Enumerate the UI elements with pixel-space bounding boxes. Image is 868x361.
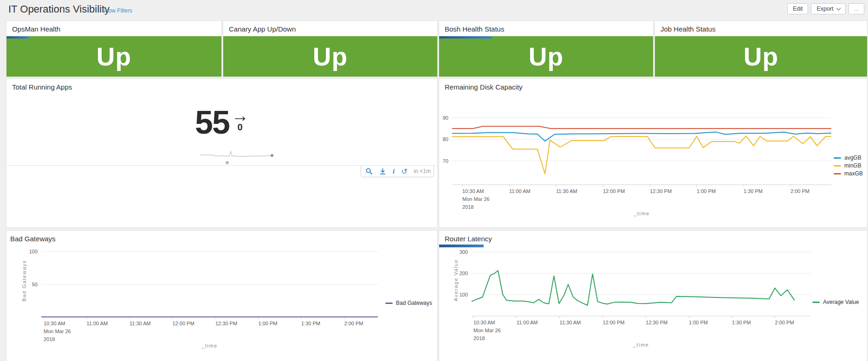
svg-text:Mon Mar 26: Mon Mar 26 xyxy=(462,196,490,202)
svg-text:Bad Gateways: Bad Gateways xyxy=(21,260,27,302)
svg-text:100: 100 xyxy=(29,249,38,254)
search-progress-bar xyxy=(439,36,492,39)
status-value-block[interactable]: Up xyxy=(655,36,867,77)
svg-text:1:00 PM: 1:00 PM xyxy=(259,321,278,326)
search-progress-bar xyxy=(439,245,484,247)
remaining-disk-capacity-chart[interactable]: 70809010:30 AMMon Mar 26201811:00 AM11:3… xyxy=(439,79,867,227)
legend-item[interactable]: Bad Gateways xyxy=(385,300,432,306)
edit-button[interactable]: Edit xyxy=(787,3,809,14)
panel-opsman-health: OpsMan Health Up xyxy=(6,21,221,77)
more-button[interactable]: ... xyxy=(849,3,864,14)
svg-text:12:30 PM: 12:30 PM xyxy=(646,320,667,325)
panel-bosh-health: Bosh Health Status Up xyxy=(439,21,653,77)
svg-text:50: 50 xyxy=(32,282,38,287)
legend-item[interactable]: avgGB xyxy=(834,155,863,161)
svg-text:70: 70 xyxy=(443,158,448,164)
bad-gateways-chart[interactable]: 5010010:30 AMMon Mar 26201811:00 AM11:30… xyxy=(6,231,437,361)
pagination-dot xyxy=(226,161,229,164)
legend-swatch-icon xyxy=(834,157,841,159)
export-button[interactable]: Export xyxy=(811,3,845,14)
legend-item[interactable]: Average Value xyxy=(812,299,859,305)
svg-text:11:30 AM: 11:30 AM xyxy=(560,320,581,325)
series-line-Average Value xyxy=(472,271,795,305)
legend-item[interactable]: maxGB xyxy=(834,170,863,177)
legend-swatch-icon xyxy=(834,165,841,167)
svg-text:1:30 PM: 1:30 PM xyxy=(744,188,763,194)
chart-legend: avgGBminGBmaxGB xyxy=(834,153,863,178)
svg-text:10:30 AM: 10:30 AM xyxy=(44,321,65,326)
svg-text:10:30 AM: 10:30 AM xyxy=(462,188,484,194)
svg-text:12:00 PM: 12:00 PM xyxy=(173,321,194,326)
svg-text:2018: 2018 xyxy=(462,204,473,210)
legend-swatch-icon xyxy=(385,303,393,304)
series-line-minGB xyxy=(452,136,831,174)
chevron-down-icon xyxy=(836,6,841,11)
status-value: Up xyxy=(744,42,778,71)
status-value-block[interactable]: Up xyxy=(6,36,221,77)
export-download-icon[interactable] xyxy=(379,168,386,175)
chart-legend: Bad Gateways xyxy=(385,298,432,308)
dashboard: IT Operations Visibility Show Filters Ed… xyxy=(0,0,868,361)
panel-canary-app: Canary App Up/Down Up xyxy=(223,21,437,77)
panel-title: Job Health Status xyxy=(661,25,715,33)
sparkline-end-dot xyxy=(271,154,273,157)
svg-text:1:30 PM: 1:30 PM xyxy=(301,321,320,326)
info-icon[interactable]: i xyxy=(393,168,395,175)
header-actions: Edit Export ... xyxy=(787,3,864,14)
panel-job-health: Job Health Status Up xyxy=(655,21,867,77)
svg-text:2:00 PM: 2:00 PM xyxy=(775,320,794,325)
svg-text:1:00 PM: 1:00 PM xyxy=(689,320,708,325)
legend-swatch-icon xyxy=(834,173,841,174)
svg-text:_time: _time xyxy=(633,342,649,348)
single-value-block[interactable]: 55 → 0 xyxy=(6,108,437,137)
svg-text:90: 90 xyxy=(443,115,448,121)
router-latency-chart[interactable]: 10020030010:30 AMMon Mar 26201811:00 AM1… xyxy=(439,231,867,361)
svg-text:12:00 PM: 12:00 PM xyxy=(602,320,624,325)
svg-text:_time: _time xyxy=(633,211,649,216)
svg-text:Average Value: Average Value xyxy=(453,259,459,302)
status-value: Up xyxy=(97,42,131,71)
svg-text:10:30 AM: 10:30 AM xyxy=(473,320,495,325)
svg-text:Mon Mar 26: Mon Mar 26 xyxy=(473,328,501,333)
legend-label: avgGB xyxy=(844,155,862,161)
svg-text:12:00 PM: 12:00 PM xyxy=(603,188,625,194)
legend-item[interactable]: minGB xyxy=(834,162,863,169)
svg-text:80: 80 xyxy=(443,136,448,142)
series-line-maxGB xyxy=(452,126,831,129)
status-value-block[interactable]: Up xyxy=(223,36,437,77)
svg-text:2:00 PM: 2:00 PM xyxy=(790,188,810,194)
svg-text:12:30 PM: 12:30 PM xyxy=(215,321,237,326)
panel-title: Total Running Apps xyxy=(12,83,72,91)
panel-title: OpsMan Health xyxy=(12,25,60,33)
svg-text:11:00 AM: 11:00 AM xyxy=(517,320,538,325)
status-value: Up xyxy=(529,42,564,71)
svg-text:2018: 2018 xyxy=(44,336,55,342)
svg-text:11:00 AM: 11:00 AM xyxy=(87,321,108,326)
svg-text:1:30 PM: 1:30 PM xyxy=(732,320,751,325)
status-value-block[interactable]: Up xyxy=(439,36,653,77)
panel-refresh-toolbar: i ↺ in <1m xyxy=(361,166,434,177)
svg-text:11:00 AM: 11:00 AM xyxy=(509,188,531,194)
panel-router-latency: Router Latency 10020030010:30 AMMon Mar … xyxy=(439,231,867,361)
panel-title: Bosh Health Status xyxy=(445,25,504,33)
export-button-label: Export xyxy=(816,6,833,12)
svg-text:200: 200 xyxy=(460,271,468,276)
svg-text:Mon Mar 26: Mon Mar 26 xyxy=(44,329,71,334)
panel-title: Canary App Up/Down xyxy=(229,25,296,33)
search-progress-bar xyxy=(6,36,29,39)
panel-total-running-apps: Total Running Apps 55 → 0 i ↺ in <1m xyxy=(6,79,437,227)
trend-flat-arrow-icon: → xyxy=(231,108,249,123)
sparkline xyxy=(200,150,275,163)
svg-text:_time: _time xyxy=(201,343,217,348)
svg-text:2:00 PM: 2:00 PM xyxy=(344,321,363,326)
open-in-search-icon[interactable] xyxy=(366,168,373,175)
panel-remaining-disk-capacity: Remaining Disk Capacity 70809010:30 AMMo… xyxy=(439,79,867,227)
refresh-age-text: in <1m xyxy=(414,168,431,174)
trend-indicator: → 0 xyxy=(231,108,249,132)
svg-text:11:30 AM: 11:30 AM xyxy=(556,188,577,194)
legend-label: maxGB xyxy=(844,170,863,177)
svg-text:2018: 2018 xyxy=(473,335,485,341)
refresh-icon[interactable]: ↺ xyxy=(401,168,407,175)
single-value-number: 55 xyxy=(195,108,229,137)
show-filters-link[interactable]: Show Filters xyxy=(102,7,132,14)
